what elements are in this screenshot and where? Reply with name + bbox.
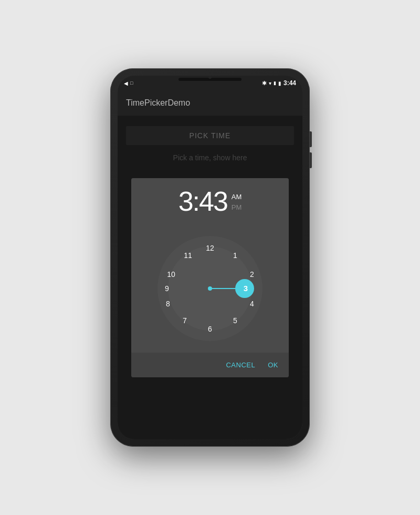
bluetooth-icon: ✱	[262, 80, 267, 87]
svg-text:11: 11	[184, 251, 192, 260]
minutes-display[interactable]: 43	[199, 186, 227, 217]
app-title: TimePickerDemo	[126, 98, 190, 108]
svg-text:6: 6	[208, 325, 212, 333]
cancel-button[interactable]: CANCEL	[224, 357, 257, 373]
ampm-container: AM PM	[232, 193, 242, 211]
svg-text:9: 9	[165, 284, 169, 293]
svg-text:1: 1	[233, 251, 237, 260]
nfc-icon: □	[130, 80, 133, 86]
status-right-icons: ✱ ▾ ▮ ▮ 3:44	[262, 79, 296, 87]
phone-screen: ◀ □ ✱ ▾ ▮ ▮ 3:44 TimePickerDemo PICK TIM…	[118, 76, 302, 439]
svg-text:8: 8	[166, 300, 170, 308]
notification-icon: ◀	[124, 80, 128, 86]
svg-text:7: 7	[183, 316, 187, 325]
dialog-overlay: 3:43 AM PM	[118, 116, 302, 439]
clock-area[interactable]: 12 1 2 3 4 5 6	[131, 224, 289, 353]
svg-text:5: 5	[233, 316, 237, 325]
svg-text:10: 10	[167, 270, 175, 279]
svg-point-3	[208, 286, 212, 291]
status-left-icons: ◀ □	[124, 80, 133, 86]
pm-option[interactable]: PM	[232, 203, 242, 212]
time-header: 3:43 AM PM	[131, 178, 289, 224]
dialog-buttons: CANCEL OK	[131, 353, 289, 377]
svg-text:2: 2	[250, 270, 254, 279]
ok-button[interactable]: OK	[266, 357, 280, 373]
battery-icon: ▮	[278, 80, 281, 86]
time-picker-dialog: 3:43 AM PM	[131, 178, 289, 377]
hours-display[interactable]: 3	[178, 186, 193, 217]
status-time: 3:44	[284, 79, 296, 87]
signal-icon: ▮	[274, 80, 276, 86]
volume-up-button[interactable]	[310, 131, 312, 147]
svg-text:12: 12	[206, 244, 214, 252]
content-area: PICK TIME Pick a time, show here 3:43 AM…	[118, 116, 302, 439]
phone-device: ◀ □ ✱ ▾ ▮ ▮ 3:44 TimePickerDemo PICK TIM…	[110, 68, 310, 447]
am-option[interactable]: AM	[232, 193, 242, 201]
status-bar: ◀ □ ✱ ▾ ▮ ▮ 3:44	[118, 76, 302, 90]
svg-text:3: 3	[244, 284, 248, 293]
svg-text:4: 4	[250, 300, 254, 308]
time-separator: :	[193, 186, 199, 217]
app-bar: TimePickerDemo	[118, 90, 302, 116]
clock-face[interactable]: 12 1 2 3 4 5 6	[152, 231, 268, 346]
time-display: 3:43	[178, 188, 227, 215]
wifi-icon: ▾	[269, 80, 271, 86]
volume-down-button[interactable]	[310, 152, 312, 168]
